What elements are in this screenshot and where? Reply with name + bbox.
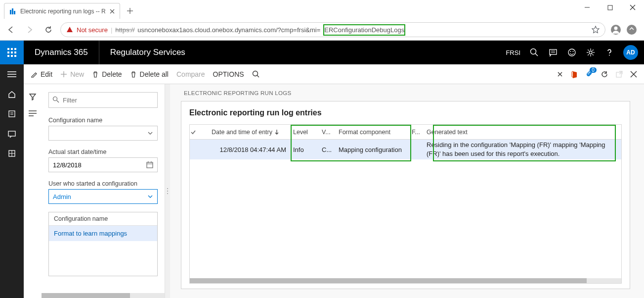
cell-v: C...	[320, 146, 337, 153]
col-header-v[interactable]: V...	[320, 129, 337, 136]
col-header-date[interactable]: Date and time of entry	[210, 129, 291, 136]
calendar-icon	[146, 161, 153, 168]
profile-icon[interactable]	[610, 24, 621, 35]
svg-line-54	[257, 75, 259, 77]
svg-rect-15	[11, 48, 13, 50]
svg-rect-17	[7, 51, 9, 53]
nav-recent-icon[interactable]	[0, 104, 24, 124]
window-close[interactable]	[621, 0, 644, 15]
nav-modules-icon[interactable]	[0, 144, 24, 163]
select-all-checkbox[interactable]	[190, 129, 210, 136]
trash-icon	[130, 71, 137, 78]
attachments-badge: 0	[590, 67, 597, 73]
svg-point-68	[167, 191, 168, 192]
window-maximize[interactable]	[599, 0, 621, 15]
svg-line-62	[57, 100, 59, 102]
smiley-icon[interactable]	[567, 48, 577, 57]
svg-rect-22	[14, 55, 16, 57]
filter-input[interactable]	[48, 92, 158, 108]
svg-rect-14	[7, 48, 9, 50]
attachments-icon[interactable]: 0	[586, 70, 594, 78]
nav-expand-icon[interactable]	[0, 64, 24, 84]
gear-icon[interactable]	[586, 48, 596, 57]
company-label[interactable]: FRSI	[506, 49, 520, 56]
filter-scrollbar[interactable]	[42, 293, 130, 298]
office-icon[interactable]	[571, 70, 579, 78]
delete-all-label: Delete all	[140, 70, 169, 78]
svg-rect-25	[550, 50, 557, 54]
new-tab-button[interactable]	[123, 4, 137, 18]
module-label[interactable]: Regulatory Services	[99, 41, 196, 64]
config-name-select[interactable]	[48, 126, 158, 141]
star-icon[interactable]	[591, 25, 600, 34]
address-bar[interactable]: Not secure | https://usnconeboxax1aos.cl…	[60, 22, 605, 37]
user-value: Admin	[53, 193, 71, 200]
help-icon[interactable]	[604, 48, 614, 57]
config-list-header: Configuration name	[49, 212, 157, 226]
brand-label[interactable]: Dynamics 365	[24, 48, 99, 57]
browser-chrome: Electronic reporting run logs -- R Not s…	[0, 0, 644, 41]
browser-menu-icon[interactable]	[626, 24, 637, 35]
new-button: New	[60, 70, 84, 78]
sort-down-icon	[274, 129, 279, 135]
tab-favicon	[9, 8, 16, 15]
svg-line-24	[535, 53, 538, 56]
extensions-icon[interactable]	[556, 70, 564, 78]
svg-rect-44	[9, 111, 15, 117]
options-button[interactable]: OPTIONS	[213, 70, 244, 78]
browser-tab[interactable]: Electronic reporting run logs -- R	[4, 3, 120, 19]
d365-topbar: Dynamics 365 Regulatory Services FRSI AD	[0, 41, 644, 64]
back-button[interactable]	[4, 23, 18, 37]
table-row[interactable]: 12/8/2018 04:47:44 AM Info C... Mapping …	[190, 140, 621, 159]
col-header-generated[interactable]: Generated text	[425, 129, 621, 136]
close-page-icon[interactable]	[630, 71, 637, 78]
forward-button[interactable]	[23, 23, 37, 37]
actual-start-label: Actual start date/time	[48, 149, 158, 155]
messages-icon[interactable]	[548, 48, 558, 57]
nav-home-icon[interactable]	[0, 84, 24, 104]
options-label: OPTIONS	[213, 70, 244, 78]
pencil-icon	[31, 71, 38, 78]
svg-point-31	[589, 51, 592, 54]
actionpane-search-icon[interactable]	[252, 70, 260, 78]
actual-start-input[interactable]: 12/8/2018	[48, 157, 158, 172]
svg-rect-18	[11, 51, 13, 53]
delete-button[interactable]: Delete	[92, 70, 122, 78]
popout-icon[interactable]	[615, 70, 623, 78]
svg-point-69	[167, 193, 168, 194]
splitter[interactable]	[165, 84, 170, 298]
search-icon[interactable]	[529, 48, 539, 57]
svg-point-12	[614, 27, 618, 30]
url-host: usnconeboxax1aos.cloud.onebox.dynamics.c…	[137, 26, 320, 34]
col-header-f[interactable]: F...	[410, 129, 425, 136]
tab-close-icon[interactable]	[110, 9, 115, 14]
detail-area: ELECTRONIC REPORTING RUN LOGS Electronic…	[170, 84, 644, 298]
nav-workspaces-icon[interactable]	[0, 124, 24, 144]
col-header-component[interactable]: Format component	[337, 129, 410, 136]
cell-component: Mapping configuration	[337, 146, 410, 153]
refresh-icon[interactable]	[601, 70, 608, 78]
filter-lines-icon[interactable]	[29, 110, 37, 117]
config-list-item[interactable]: Format to learn mappings	[49, 226, 157, 241]
plus-icon	[60, 71, 67, 78]
not-secure-label: Not secure	[77, 26, 108, 34]
svg-rect-21	[11, 55, 13, 57]
nav-rail	[0, 64, 24, 298]
delete-all-button[interactable]: Delete all	[130, 70, 169, 78]
window-minimize[interactable]	[576, 0, 599, 15]
user-label: User who started a configuration	[48, 180, 158, 187]
user-select[interactable]: Admin	[48, 189, 158, 204]
tab-title: Electronic reporting run logs -- R	[20, 8, 106, 15]
app-launcher-icon[interactable]	[0, 41, 24, 64]
config-list-box: Configuration name Format to learn mappi…	[48, 212, 158, 276]
cell-level: Info	[291, 146, 320, 153]
reload-button[interactable]	[42, 23, 55, 37]
grid-scrollbar[interactable]	[190, 278, 587, 283]
user-avatar[interactable]: AD	[623, 45, 638, 60]
filter-funnel-icon[interactable]	[29, 93, 37, 101]
col-header-level[interactable]: Level	[291, 129, 320, 136]
svg-rect-4	[10, 10, 11, 14]
svg-line-37	[593, 54, 594, 55]
edit-button[interactable]: Edit	[31, 70, 52, 78]
search-icon	[52, 96, 59, 103]
